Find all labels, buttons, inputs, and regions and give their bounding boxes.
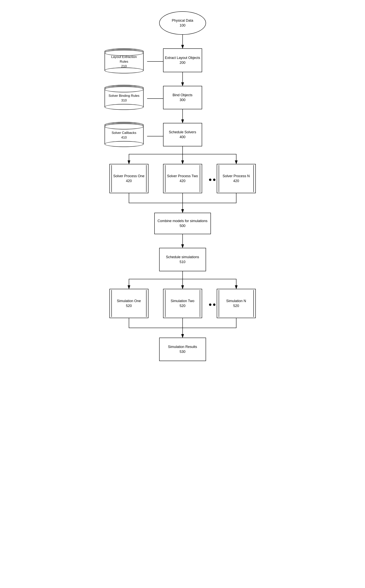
solver-callbacks-code: 410 [112,135,136,140]
simulation-one-node: Simulation One 520 [109,289,148,318]
combine-models-node: Combine models for simulations 500 [154,213,211,234]
solver-process-n-label: Solver Process N [223,174,250,178]
solver-process-n-code: 420 [223,178,250,184]
schedule-solvers-node: Schedule Solvers 400 [163,123,202,146]
cylinder-solver-binding: Solver Binding Rules 310 [105,85,144,110]
cylinder-solver-callbacks: Solver Callbacks 410 [105,122,144,147]
physical-data-node: Physical Data 100 [159,11,206,35]
bind-objects-code: 300 [172,98,192,102]
solver-process-one-label: Solver Process One [113,174,144,178]
cylinder-layout-extraction: Layout Extraction Rules 210 [105,48,144,73]
solver-callbacks-label: Solver Callbacks [112,131,136,135]
simulation-results-label: Simulation Results [168,344,197,349]
schedule-simulations-code: 510 [166,260,199,264]
simulation-two-label: Simulation Two [171,298,195,304]
solver-callbacks-node: Solver Callbacks 410 [105,122,144,147]
simulation-n-node: Simulation N 520 [217,289,256,318]
layout-extraction-label: Layout Extraction Rules [107,55,141,64]
solver-process-two-node: Solver Process Two 420 [163,164,202,193]
simulation-two-code: 520 [171,304,195,308]
physical-data-label: Physical Data [172,18,193,23]
solver-process-two-code: 420 [167,178,198,184]
simulation-results-node: Simulation Results 530 [159,338,206,361]
simulation-n-code: 520 [226,304,246,308]
solver-binding-code: 310 [109,98,140,103]
simulation-n-label: Simulation N [226,298,246,304]
combine-models-code: 500 [157,223,207,228]
flowchart-diagram: Physical Data 100 Layout Extraction Rule… [99,6,267,552]
solver-process-one-code: 420 [113,178,144,184]
bind-objects-label: Bind Objects [172,93,192,98]
simulation-one-code: 520 [117,304,141,308]
bind-objects-node: Bind Objects 300 [163,86,202,109]
extract-layout-code: 200 [165,60,200,65]
simulation-results-code: 530 [168,349,197,354]
schedule-simulations-node: Schedule simulations 510 [159,248,206,271]
schedule-simulations-label: Schedule simulations [166,255,199,260]
solver-binding-rules-node: Solver Binding Rules 310 [105,85,144,110]
simulation-one-label: Simulation One [117,298,141,304]
solver-binding-label: Solver Binding Rules [109,93,140,98]
layout-extraction-rules-node: Layout Extraction Rules 210 [105,48,144,73]
extract-layout-node: Extract Layout Objects 200 [163,48,202,72]
solver-process-one-node: Solver Process One 420 [109,164,148,193]
solver-process-two-label: Solver Process Two [167,174,198,178]
solver-process-n-node: Solver Process N 420 [217,164,256,193]
simulation-two-node: Simulation Two 520 [163,289,202,318]
physical-data-code: 100 [172,23,193,28]
schedule-solvers-code: 400 [169,135,196,140]
extract-layout-label: Extract Layout Objects [165,56,200,60]
combine-models-label: Combine models for simulations [157,219,207,223]
schedule-solvers-label: Schedule Solvers [169,130,196,135]
